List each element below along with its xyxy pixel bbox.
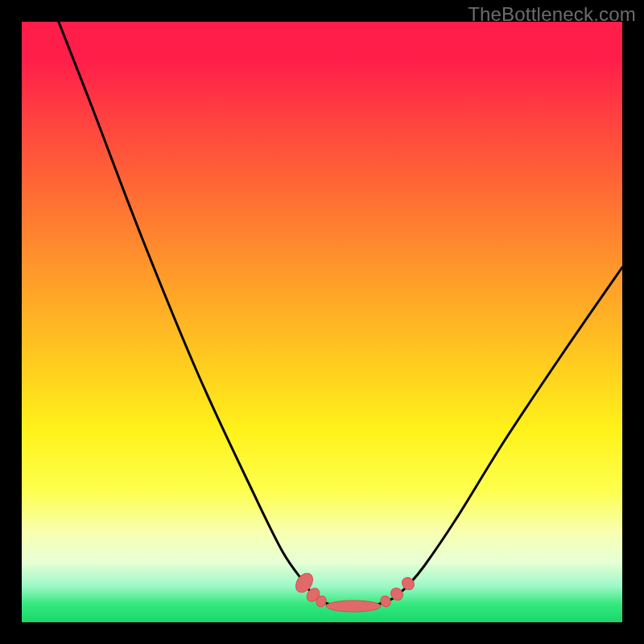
plot-area (22, 22, 622, 622)
chart-frame: TheBottleneck.com (0, 0, 644, 644)
curve-marker (326, 601, 381, 612)
chart-svg (22, 22, 622, 622)
bottleneck-curve (52, 6, 622, 607)
curve-markers (292, 570, 416, 612)
watermark-text: TheBottleneck.com (468, 3, 636, 26)
